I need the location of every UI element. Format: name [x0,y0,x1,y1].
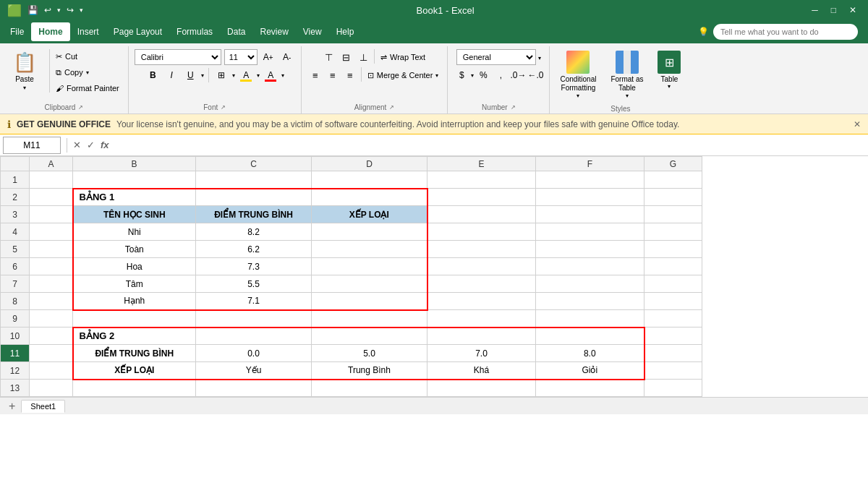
cell-f9[interactable] [536,310,644,328]
cell-e6[interactable] [427,258,536,275]
cell-c3[interactable]: ĐIỂM TRUNG BÌNH [196,206,312,223]
number-expand-icon[interactable]: ↗ [511,104,516,111]
align-left-button[interactable]: ≡ [307,67,323,83]
col-header-a[interactable]: A [30,157,73,171]
cell-b10[interactable]: BẢNG 2 [73,328,196,345]
menu-home[interactable]: Home [31,22,69,41]
cell-b6[interactable]: Hoa [73,258,196,275]
cell-f1[interactable] [536,171,644,189]
menu-file[interactable]: File [3,22,31,41]
cell-d8[interactable] [312,293,427,310]
cell-a1[interactable] [30,171,73,189]
close-button[interactable]: ✕ [845,5,861,15]
cell-reference-input[interactable] [3,137,61,154]
row-header-2[interactable]: 2 [1,189,30,206]
decrease-font-button[interactable]: A- [279,49,295,65]
cell-a4[interactable] [30,223,73,241]
minimize-button[interactable]: ─ [807,5,822,15]
align-top-button[interactable]: ⊤ [320,49,336,65]
cell-g13[interactable] [644,380,702,397]
cell-f7[interactable] [536,275,644,293]
row-header-6[interactable]: 6 [1,258,30,275]
cell-b4[interactable]: Nhi [73,223,196,241]
cell-g10[interactable] [644,328,702,345]
cell-c8[interactable]: 7.1 [196,293,312,310]
cell-d3[interactable]: XẾP LOẠI [312,206,427,223]
cell-b13[interactable] [73,380,196,397]
font-name-select[interactable]: Calibri [135,49,221,65]
cell-b8[interactable]: Hạnh [73,293,196,310]
cell-d4[interactable] [312,223,427,241]
align-bottom-button[interactable]: ⊥ [355,49,371,65]
cell-c4[interactable]: 8.2 [196,223,312,241]
align-right-button[interactable]: ≡ [342,67,358,83]
cell-c13[interactable] [196,380,312,397]
confirm-formula-icon[interactable]: ✓ [87,140,95,150]
row-header-8[interactable]: 8 [1,293,30,310]
customize-icon[interactable]: ▾ [80,7,83,14]
undo-dropdown[interactable]: ▾ [57,7,61,14]
row-header-5[interactable]: 5 [1,241,30,258]
cell-a2[interactable] [30,189,73,206]
menu-view[interactable]: View [296,22,329,41]
cell-d7[interactable] [312,275,427,293]
menu-help[interactable]: Help [329,22,362,41]
menu-data[interactable]: Data [220,22,252,41]
row-header-1[interactable]: 1 [1,171,30,189]
paste-button[interactable]: 📋 Paste ▾ [6,49,43,93]
decrease-decimal-button[interactable]: ←.0 [527,67,543,83]
col-header-d[interactable]: D [312,157,427,171]
row-header-7[interactable]: 7 [1,275,30,293]
cell-d13[interactable] [312,380,427,397]
cell-g7[interactable] [644,275,702,293]
sheet-tab-sheet1[interactable]: Sheet1 [21,400,65,413]
cell-d6[interactable] [312,258,427,275]
cell-c12[interactable]: Yếu [196,362,312,380]
cell-d10[interactable] [312,328,427,345]
cancel-formula-icon[interactable]: ✕ [73,140,81,150]
cell-e8[interactable] [427,293,536,310]
cell-g6[interactable] [644,258,702,275]
format-as-table-button[interactable]: Format asTable ▾ [606,49,647,100]
cell-d1[interactable] [312,171,427,189]
cell-d5[interactable] [312,241,427,258]
col-header-c[interactable]: C [196,157,312,171]
cell-b12[interactable]: XẾP LOẠI [73,362,196,380]
row-header-13[interactable]: 13 [1,380,30,397]
conditional-formatting-button[interactable]: ConditionalFormatting ▾ [556,49,600,100]
tell-me-input[interactable] [713,24,858,40]
undo-icon[interactable]: ↩ [44,5,51,15]
cell-a11[interactable] [30,345,73,362]
cell-f10[interactable] [536,328,644,345]
cell-f3[interactable] [536,206,644,223]
wrap-text-button[interactable]: ⇌ Wrap Text [378,49,428,65]
cell-b9[interactable] [73,310,196,328]
cell-a12[interactable] [30,362,73,380]
cell-f2[interactable] [536,189,644,206]
cell-c6[interactable]: 7.3 [196,258,312,275]
alignment-expand-icon[interactable]: ↗ [389,104,394,111]
notification-close-button[interactable]: ✕ [854,119,861,129]
format-painter-button[interactable]: 🖌 Format Painter [53,81,122,95]
col-header-b[interactable]: B [73,157,196,171]
cell-d11[interactable]: 5.0 [312,345,427,362]
cell-a7[interactable] [30,275,73,293]
cell-b2[interactable]: BẢNG 1 [73,189,196,206]
cell-a5[interactable] [30,241,73,258]
table-button[interactable]: ⊞ Table ▾ [653,49,685,91]
cell-b11[interactable]: ĐIỂM TRUNG BÌNH [73,345,196,362]
cell-f11[interactable]: 8.0 [536,345,644,362]
increase-font-button[interactable]: A+ [260,49,276,65]
cell-a9[interactable] [30,310,73,328]
menu-insert[interactable]: Insert [70,22,106,41]
cell-g11[interactable] [644,345,702,362]
cell-c2[interactable] [196,189,312,206]
cell-b3[interactable]: TÊN HỌC SINH [73,206,196,223]
clipboard-expand-icon[interactable]: ↗ [78,104,83,111]
cell-e7[interactable] [427,275,536,293]
redo-icon[interactable]: ↪ [67,5,74,15]
cell-f8[interactable] [536,293,644,310]
cell-g9[interactable] [644,310,702,328]
row-header-3[interactable]: 3 [1,206,30,223]
cell-e3[interactable] [427,206,536,223]
